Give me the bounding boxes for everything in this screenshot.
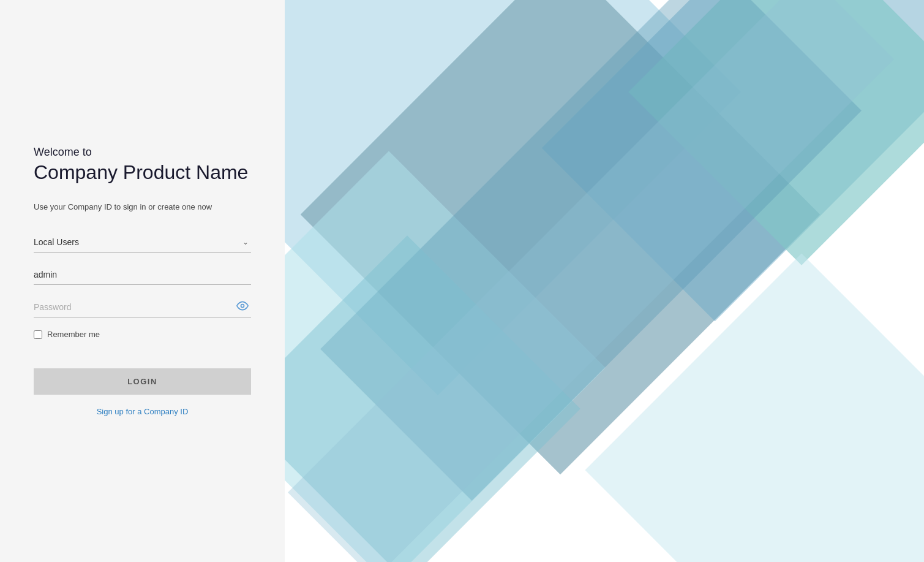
login-panel: Welcome to Company Product Name Use your… [0, 0, 285, 562]
signup-link[interactable]: Sign up for a Company ID [34, 407, 251, 416]
remember-me-label: Remember me [47, 330, 100, 339]
remember-me-checkbox[interactable] [34, 330, 42, 339]
show-password-icon[interactable] [236, 300, 249, 314]
user-type-select[interactable]: Local Users Domain Users [34, 232, 251, 252]
username-input[interactable] [34, 265, 251, 284]
remember-me-container: Remember me [34, 330, 251, 339]
user-type-select-wrapper: Local Users Domain Users ⌄ [34, 232, 251, 253]
username-input-wrapper [34, 265, 251, 285]
password-input[interactable] [34, 297, 251, 317]
password-input-wrapper [34, 297, 251, 317]
svg-point-0 [241, 305, 244, 308]
welcome-text: Welcome to [34, 146, 251, 159]
product-name: Company Product Name [34, 161, 251, 184]
decorative-panel [285, 0, 924, 562]
login-button[interactable]: LOGIN [34, 368, 251, 395]
subtitle-text: Use your Company ID to sign in or create… [34, 201, 251, 213]
